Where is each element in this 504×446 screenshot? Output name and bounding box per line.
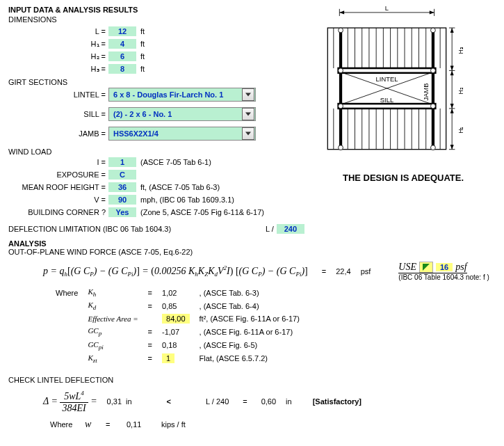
delta-equation: Δ = 5wL4384EI =	[43, 390, 97, 414]
lintel-select[interactable]: 6 x 8 - Douglas Fir-Larch No. 1	[108, 88, 256, 102]
effective-area-value: 84,00	[162, 314, 190, 324]
svg-marker-4	[339, 10, 344, 14]
wind-I-value[interactable]: 1	[108, 157, 136, 167]
jamb-select-value: HSS6X2X1/4	[109, 129, 241, 138]
wind-mrh-value[interactable]: 36	[108, 182, 136, 192]
chevron-down-icon	[242, 88, 254, 101]
jamb-select[interactable]: HSS6X2X1/4	[108, 127, 256, 141]
wind-corner-note: (Zone 5, ASCE 7-05 Fig 6-11& 6-17)	[136, 208, 264, 216]
svg-point-51	[339, 68, 343, 73]
Kd-value: 0,85	[158, 300, 194, 312]
wind-exposure-label: EXPOSURE =	[8, 170, 108, 179]
svg-marker-60	[450, 28, 454, 33]
svg-marker-68	[450, 109, 454, 113]
GCp-note: , (ASCE Fig. 6-11A or 6-17)	[195, 326, 304, 337]
dim-L-value[interactable]: 12	[108, 26, 136, 36]
w-value: 0,11	[127, 420, 161, 429]
sill-select-value: (2) - 2 x 6 - No. 1	[109, 110, 241, 118]
Kh-note: , (ASCE Tab. 6-3)	[195, 287, 304, 298]
svg-marker-61	[450, 66, 454, 71]
dim-L-label: L =	[8, 27, 108, 35]
design-adequate-text: THE DESIGN IS ADEQUATE.	[313, 173, 494, 183]
where-label-2: Where	[50, 420, 85, 429]
svg-text:LINTEL: LINTEL	[376, 76, 398, 83]
dim-L-unit: ft	[136, 27, 145, 35]
eq-sign: =	[243, 397, 247, 406]
use-value[interactable]: 16	[436, 263, 453, 271]
analysis-heading: ANALYSIS	[8, 239, 496, 248]
sill-label: SILL =	[8, 110, 108, 118]
w-symbol: w	[85, 419, 106, 430]
wind-V-value[interactable]: 90	[108, 195, 136, 205]
limit-value: 0,60	[261, 397, 276, 406]
wind-I-label: I =	[8, 158, 108, 166]
dim-H2-label: H₂ =	[8, 52, 108, 61]
svg-text:H₁: H₁	[457, 127, 464, 134]
dim-H3-value[interactable]: 8	[108, 64, 136, 74]
Kh-value: 1,02	[158, 287, 194, 298]
check-result: [Satisfactory]	[313, 397, 361, 406]
svg-text:H₃: H₃	[457, 47, 464, 54]
delta-value: 0,31	[107, 397, 122, 406]
svg-marker-5	[430, 10, 434, 14]
deflection-limit-value[interactable]: 240	[277, 224, 304, 234]
effective-area-label: Effective Area =	[83, 313, 142, 324]
svg-rect-24	[339, 68, 436, 73]
sill-select[interactable]: (2) - 2 x 6 - No. 1	[108, 107, 256, 121]
comparison-sign: <	[167, 397, 171, 406]
svg-point-49	[339, 28, 343, 33]
svg-point-56	[431, 145, 436, 150]
limit-unit: in	[286, 397, 292, 406]
wind-exposure-value[interactable]: C	[108, 170, 136, 180]
use-note: (IBC 06 Table 1604.3 note: f )	[398, 273, 489, 281]
wall-diagram: L LINTEL SILL JAMB	[313, 4, 494, 183]
limit-label: L / 240	[206, 397, 229, 406]
parameter-table: Where Kh =1,02 , (ASCE Tab. 6-3) Kd =0,8…	[50, 285, 305, 366]
wind-mrh-note: ft, (ASCE 7-05 Tab 6-3)	[136, 183, 220, 191]
GCp-value: -1,07	[158, 326, 194, 337]
wind-corner-value[interactable]: Yes	[108, 207, 136, 217]
pressure-result-unit: psf	[361, 267, 371, 276]
svg-text:H₂: H₂	[457, 87, 464, 94]
svg-point-54	[431, 104, 436, 109]
svg-rect-28	[339, 104, 436, 109]
svg-text:L: L	[385, 5, 389, 12]
use-label: USE	[398, 262, 416, 273]
effective-area-note: ft², (ASCE Fig. 6-11A or 6-17)	[195, 313, 304, 324]
wind-corner-label: BUILDING CORNER ?	[8, 208, 108, 216]
dim-H1-value[interactable]: 4	[108, 39, 136, 49]
svg-point-53	[339, 104, 343, 109]
wind-V-note: mph, (IBC 06 Tab 1609.3.1)	[136, 196, 234, 204]
svg-text:JAMB: JAMB	[423, 83, 430, 101]
w-unit: kips / ft	[161, 420, 186, 429]
svg-point-55	[339, 145, 343, 150]
w-eq: =	[106, 420, 127, 429]
svg-marker-0	[423, 264, 430, 271]
svg-point-50	[431, 28, 436, 33]
pressure-result-value: 22,4	[336, 267, 350, 276]
deflection-limit-label: DEFLECTION LIMITATION (IBC 06 Tab 1604.3…	[8, 225, 266, 233]
Kzt-value: 1	[162, 353, 174, 363]
where-label: Where	[51, 287, 82, 298]
analysis-subheading: OUT-OF-PLANE WIND FORCE (ASCE 7-05, Eq.6…	[8, 248, 496, 256]
chevron-down-icon	[242, 108, 254, 120]
dim-H3-label: H₃ =	[8, 65, 108, 74]
svg-marker-69	[450, 145, 454, 150]
dim-H1-label: H₁ =	[8, 40, 108, 49]
Kd-note: , (ASCE Tab. 6-4)	[195, 300, 304, 312]
dim-H3-unit: ft	[136, 65, 145, 73]
wind-V-label: V =	[8, 196, 108, 204]
dim-H2-value[interactable]: 6	[108, 51, 136, 61]
Kzt-note: Flat, (ASCE 6.5.7.2)	[195, 353, 304, 365]
svg-marker-64	[450, 70, 454, 75]
lintel-check-heading: CHECK LINTEL DEFLECTION	[8, 376, 496, 384]
dim-H2-unit: ft	[136, 52, 145, 61]
dim-H1-unit: ft	[136, 40, 145, 48]
chevron-down-icon	[242, 127, 254, 140]
pressure-equation: p = qh[(G CP) − (G CPi)] = (0.00256 KhKZ…	[43, 264, 308, 278]
GCpi-note: , (ASCE Fig. 6-5)	[195, 340, 304, 351]
svg-text:SILL: SILL	[380, 97, 393, 104]
wind-I-note: (ASCE 7-05 Tab 6-1)	[136, 158, 211, 166]
svg-point-52	[431, 68, 436, 73]
wind-mrh-label: MEAN ROOF HEIGHT =	[8, 183, 108, 191]
